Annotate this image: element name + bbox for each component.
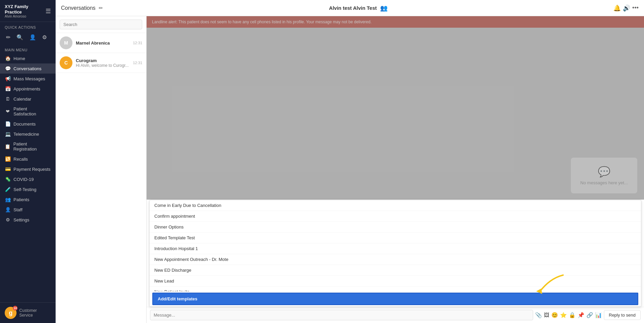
add-patient-button[interactable]: 👤 [28, 33, 37, 42]
conv-preview: Hi Alvin, welcome to Curogr... [76, 63, 129, 68]
sidebar-item-label: Recalls [13, 157, 28, 162]
top-title-area: Conversations ✏ [61, 5, 103, 11]
conversations-panel: M Marnel Abrenica 12:31 C Curogram Hi Al… [56, 16, 147, 323]
top-bar: Conversations ✏ Alvin test Alvin Test 👥 … [56, 0, 644, 16]
main-area: Conversations ✏ Alvin test Alvin Test 👥 … [56, 0, 644, 323]
conv-time: 12:31 [133, 41, 142, 45]
conv-name: Marnel Abrenica [76, 41, 129, 46]
search-input[interactable] [60, 20, 142, 29]
covid-19-icon: 🦠 [5, 177, 11, 182]
main-menu-label: Main Menu [0, 45, 56, 53]
star-icon[interactable]: ⭐ [560, 312, 567, 318]
appointments-icon: 📅 [5, 86, 11, 91]
sidebar-item-label: Staff [13, 207, 23, 212]
home-icon: 🏠 [5, 56, 11, 61]
sidebar-item-settings[interactable]: ⚙Settings [0, 215, 56, 225]
sidebar-item-label: Settings [13, 217, 29, 222]
sidebar-item-label: Mass Messages [13, 76, 45, 81]
image-icon[interactable]: 🖼 [544, 312, 549, 318]
payment-requests-icon: 💳 [5, 166, 11, 172]
dropdown-item[interactable]: Edited Template Test [150, 233, 641, 243]
more-icon[interactable]: ••• [632, 4, 639, 11]
dropdown-item[interactable]: Introduction Hopsital 1 [150, 243, 641, 254]
patient-registration-icon: 📋 [5, 144, 11, 149]
self-testing-icon: 🧪 [5, 187, 11, 192]
hamburger-icon[interactable]: ☰ [45, 7, 51, 15]
sidebar-item-patient-registration[interactable]: 📋Patient Registration [0, 139, 56, 154]
sidebar-nav: 🏠Home💬Conversations📢Mass Messages📅Appoin… [0, 53, 56, 225]
app-user: Alvin Amoroso [5, 15, 45, 18]
sidebar-item-label: Patient Satisfaction [13, 106, 51, 116]
dropdown-item[interactable]: New Patient Invite [150, 287, 641, 291]
sidebar-item-label: Conversations [13, 66, 41, 71]
quick-actions-row: ✏ 🔍 👤 ⚙ [0, 31, 56, 45]
lock-icon[interactable]: 🔒 [569, 312, 576, 318]
dropdown-item[interactable]: New Lead [150, 276, 641, 287]
sidebar-item-covid-19[interactable]: 🦠COVID-19 [0, 174, 56, 184]
mass-messages-icon: 📢 [5, 76, 11, 81]
sidebar-item-home[interactable]: 🏠Home [0, 53, 56, 63]
sidebar-item-label: Appointments [13, 86, 40, 91]
top-right-panel: 🔔 🔊 ••• [613, 4, 639, 12]
sidebar-item-documents[interactable]: 📄Documents [0, 119, 56, 129]
sidebar-item-staff[interactable]: 👤Staff [0, 205, 56, 215]
conv-name: Curogram [76, 58, 129, 63]
conv-avatar: C [60, 56, 72, 69]
message-input[interactable] [150, 310, 533, 320]
emoji-icon[interactable]: 😊 [551, 312, 558, 318]
sidebar-item-label: Patients [13, 197, 29, 202]
sidebar-item-label: Patient Registration [13, 141, 51, 152]
conversation-search [56, 16, 146, 33]
staff-icon: 👤 [5, 207, 11, 212]
sidebar-item-conversations[interactable]: 💬Conversations [0, 63, 56, 74]
avatar-letter: g [9, 309, 12, 317]
sidebar-item-mass-messages[interactable]: 📢Mass Messages [0, 74, 56, 84]
dropdown-item[interactable]: Come in Early Due to Cancellation [150, 200, 641, 211]
edit-icon[interactable]: ✏ [99, 5, 103, 11]
sidebar-header: XYZ Family Practice Alvin Amoroso ☰ [0, 0, 56, 22]
sidebar-item-telemedicine[interactable]: 💻Telemedicine [0, 129, 56, 139]
sidebar-item-appointments[interactable]: 📅Appointments [0, 84, 56, 94]
add-edit-templates-button[interactable]: Add/Edit templates [152, 293, 638, 305]
pin-icon[interactable]: 📌 [578, 312, 584, 318]
sidebar-item-label: Telemedicine [13, 132, 39, 137]
dropdown-scroll[interactable]: Come in Early Due to CancellationConfirm… [150, 200, 641, 291]
search-button[interactable]: 🔍 [15, 33, 25, 42]
bell-icon[interactable]: 🔔 [613, 4, 621, 12]
recalls-icon: 🔁 [5, 156, 11, 162]
dropdown-item[interactable]: New Appointment Outreach - Dr. Mote [150, 254, 641, 265]
patient-name: Alvin test Alvin Test [329, 5, 377, 11]
group-icon[interactable]: 👥 [380, 4, 388, 12]
patient-satisfaction-icon: ❤ [5, 109, 11, 114]
conversation-item[interactable]: M Marnel Abrenica 12:31 [56, 33, 146, 53]
content-area: M Marnel Abrenica 12:31 C Curogram Hi Al… [56, 16, 644, 323]
chart-icon[interactable]: 📊 [595, 312, 602, 318]
conversations-icon: 💬 [5, 66, 11, 71]
sidebar-item-self-testing[interactable]: 🧪Self-Testing [0, 184, 56, 194]
compose-icons: 📎 🖼 😊 ⭐ 🔒 📌 🔗 📊 [535, 312, 602, 318]
sidebar: XYZ Family Practice Alvin Amoroso ☰ Quic… [0, 0, 56, 323]
sidebar-item-calendar[interactable]: 🗓Calendar [0, 94, 56, 104]
volume-icon[interactable]: 🔊 [623, 4, 630, 12]
link-icon[interactable]: 🔗 [586, 312, 593, 318]
attachment-icon[interactable]: 📎 [535, 312, 542, 318]
sidebar-item-payment-requests[interactable]: 💳Payment Requests [0, 164, 56, 174]
sidebar-item-recalls[interactable]: 🔁Recalls [0, 154, 56, 164]
dropdown-item[interactable]: Confirm appointment [150, 211, 641, 222]
conversation-item[interactable]: C Curogram Hi Alvin, welcome to Curogr..… [56, 53, 146, 73]
telemedicine-icon: 💻 [5, 131, 11, 137]
documents-icon: 📄 [5, 121, 11, 127]
avatar[interactable]: g 10 [5, 307, 17, 319]
filter-button[interactable]: ⚙ [41, 33, 48, 42]
new-item-button[interactable]: ✏ [5, 33, 12, 42]
patient-info-area: Alvin test Alvin Test 👥 [329, 4, 388, 12]
page-title: Conversations [61, 5, 95, 11]
conv-info: Curogram Hi Alvin, welcome to Curogr... [76, 58, 129, 68]
calendar-icon: 🗓 [5, 96, 11, 102]
chat-area: Landline alert: This patient does not se… [147, 16, 644, 323]
dropdown-item[interactable]: New ED Discharge [150, 265, 641, 276]
sidebar-item-patients[interactable]: 👥Patients [0, 194, 56, 205]
dropdown-item[interactable]: Dinner Options [150, 222, 641, 233]
send-button[interactable]: Reply to send [604, 310, 641, 320]
sidebar-item-patient-satisfaction[interactable]: ❤Patient Satisfaction [0, 104, 56, 119]
